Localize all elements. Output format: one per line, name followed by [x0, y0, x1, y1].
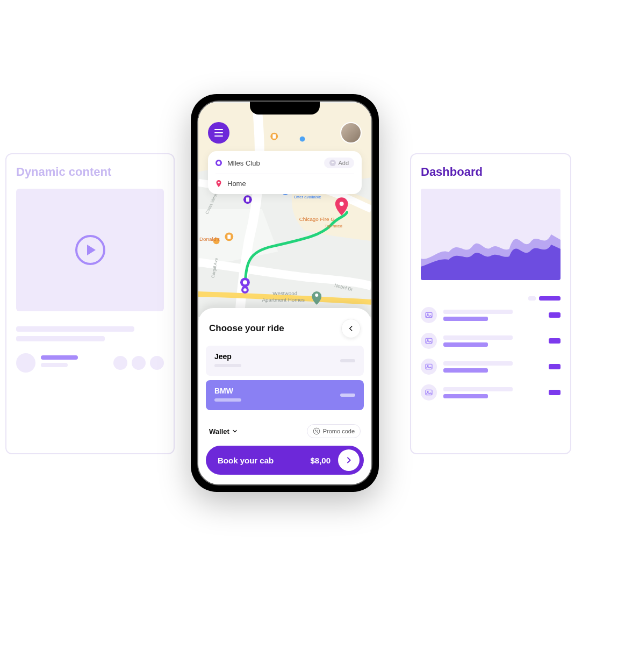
ride-sheet: Choose your ride Jeep BMW — [198, 308, 371, 484]
video-placeholder[interactable] — [16, 189, 164, 311]
book-button[interactable]: Book your cab $8,00 — [206, 446, 364, 475]
image-icon — [421, 333, 437, 349]
add-stop-button[interactable]: + Add — [324, 158, 354, 168]
svg-rect-6 — [426, 390, 432, 395]
phone-notch — [250, 102, 320, 115]
map-label-westwood: Westwood — [272, 290, 297, 296]
svg-point-10 — [243, 280, 247, 284]
play-icon — [75, 235, 105, 265]
promo-code-button[interactable]: Promo code — [307, 424, 361, 438]
dynamic-content-card: Dynamic content — [5, 153, 175, 454]
svg-point-13 — [340, 202, 344, 206]
dashboard-list-header — [421, 296, 561, 301]
chevron-down-icon — [232, 428, 238, 434]
svg-rect-15 — [272, 134, 276, 139]
phone-mockup: Foot Locker Offer available Chicago Fire… — [191, 94, 379, 492]
list-item[interactable] — [421, 333, 561, 349]
svg-rect-0 — [426, 312, 432, 317]
list-item[interactable] — [421, 307, 561, 323]
svg-point-27 — [315, 430, 316, 431]
list-item[interactable] — [421, 384, 561, 401]
map-label-apthomes: Apartment Homes — [262, 297, 305, 303]
chevron-left-icon — [347, 325, 355, 332]
svg-rect-20 — [246, 197, 249, 202]
svg-point-16 — [300, 137, 305, 142]
sheet-title: Choose your ride — [209, 323, 284, 334]
locations-card: Mlles Club + Add Home — [208, 151, 362, 194]
svg-point-25 — [218, 181, 220, 183]
go-icon — [338, 449, 360, 471]
dropoff-row[interactable]: Home — [215, 174, 354, 188]
skeleton-text — [16, 326, 164, 341]
svg-point-28 — [317, 432, 318, 433]
pickup-label: Mlles Club — [227, 159, 260, 167]
dynamic-content-title: Dynamic content — [16, 165, 164, 179]
ride-option-bmw[interactable]: BMW — [206, 380, 364, 410]
skeleton-footer — [16, 353, 164, 373]
map-label-chicago: Chicago Fire G — [299, 216, 335, 222]
svg-rect-22 — [227, 234, 231, 239]
svg-point-24 — [315, 294, 318, 297]
back-button[interactable] — [341, 319, 361, 338]
image-icon — [421, 359, 437, 375]
ride-option-jeep[interactable]: Jeep — [206, 346, 364, 376]
dashboard-chart — [421, 189, 561, 280]
ride-name: Jeep — [214, 352, 355, 361]
book-label: Book your cab — [218, 456, 274, 465]
wallet-label: Wallet — [209, 427, 229, 435]
plus-icon: + — [329, 160, 336, 166]
dropoff-icon — [215, 180, 222, 188]
user-avatar[interactable] — [340, 122, 362, 144]
payment-selector[interactable]: Wallet — [209, 427, 238, 435]
svg-point-12 — [243, 288, 247, 291]
image-icon — [421, 307, 437, 323]
promo-label: Promo code — [323, 428, 355, 434]
svg-rect-4 — [426, 364, 432, 369]
dashboard-title: Dashboard — [421, 165, 561, 179]
dropoff-label: Home — [227, 180, 246, 188]
ride-name: BMW — [214, 387, 355, 395]
menu-button[interactable] — [208, 122, 229, 144]
map-label-offer: Offer available — [294, 195, 321, 199]
dashboard-card: Dashboard — [410, 153, 571, 454]
list-item[interactable] — [421, 359, 561, 375]
book-price: $8,00 — [310, 456, 331, 465]
pickup-row[interactable]: Mlles Club + Add — [215, 158, 354, 168]
pickup-icon — [215, 160, 222, 166]
map-label-donalds: Donald's — [199, 236, 220, 242]
svg-rect-2 — [426, 338, 432, 343]
map-label-toprated: Top rated — [325, 224, 342, 228]
percent-icon — [313, 427, 320, 435]
image-icon — [421, 384, 437, 401]
add-label: Add — [338, 160, 349, 166]
skeleton-avatar — [16, 353, 35, 373]
